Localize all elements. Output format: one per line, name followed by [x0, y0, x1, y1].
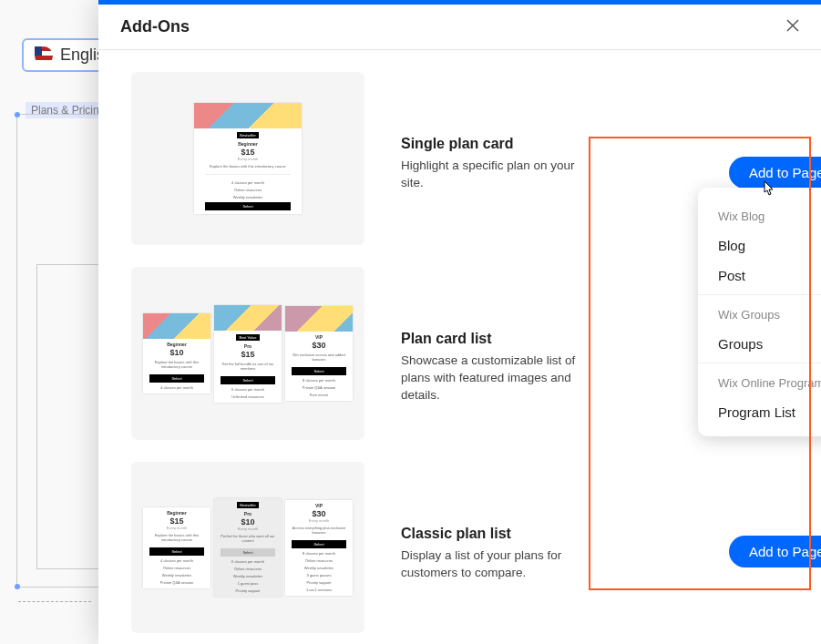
dropdown-item-program-list[interactable]: Program List	[698, 397, 821, 427]
add-to-page-label: Add to Page	[749, 544, 821, 559]
close-button[interactable]	[786, 17, 799, 36]
mini-plan-card: Best Value Pro $15 Get the full bundle a…	[214, 305, 282, 403]
addon-description: Display a list of your plans for custome…	[401, 547, 592, 582]
flag-us-icon	[35, 46, 53, 65]
modal-title: Add-Ons	[120, 17, 190, 36]
dropdown-item-blog[interactable]: Blog	[698, 230, 821, 261]
dropdown-group: Wix Online Programs Program List	[698, 363, 821, 427]
add-to-page-label: Add to Page	[749, 165, 821, 180]
modal-header: Add-Ons	[98, 5, 821, 50]
dropdown-item-post[interactable]: Post	[698, 261, 821, 291]
add-to-page-button[interactable]: Add to Page	[729, 157, 821, 189]
addon-description: Showcase a customizable list of plans wi…	[401, 353, 592, 404]
canvas-guide	[18, 601, 91, 602]
addon-description: Highlight a specific plan on your site.	[401, 158, 592, 192]
addon-text: Plan card list Showcase a customizable l…	[401, 267, 592, 404]
close-icon	[786, 19, 799, 32]
dropdown-group: Wix Blog Blog Post	[698, 200, 821, 291]
mini-plan-card: VIP $30 Get exclusive access and added b…	[285, 306, 353, 401]
addon-title: Single plan card	[401, 136, 592, 152]
addons-modal: Add-Ons Bestseller Beginner $15 Every mo…	[98, 0, 821, 644]
mini-plan-card: Bestseller Pro $10 Every month Perfect f…	[214, 498, 282, 597]
add-to-page-dropdown: Wix Blog Blog Post Wix Groups Groups Wix…	[698, 188, 821, 436]
mini-plan-card: VIP $30 Every month Access everything pl…	[285, 500, 353, 596]
dropdown-group-label: Wix Blog	[698, 200, 821, 230]
add-to-page-button[interactable]: Add to Page	[729, 536, 821, 567]
dropdown-group: Wix Groups Groups	[698, 294, 821, 359]
addon-text: Classic plan list Display a list of your…	[401, 462, 592, 582]
mini-plan-card: Beginner $15 Every month Explore the bas…	[143, 507, 210, 588]
addon-text: Single plan card Highlight a specific pl…	[401, 72, 592, 192]
addon-row-classic-plan-list: Beginner $15 Every month Explore the bas…	[131, 462, 803, 633]
dropdown-group-label: Wix Online Programs	[698, 367, 821, 397]
thumbnail-classic-plan-list[interactable]: Beginner $15 Every month Explore the bas…	[131, 462, 364, 633]
thumbnail-plan-card-list[interactable]: Beginner $10 Explore the basics with thi…	[131, 267, 364, 440]
mini-plan-card: Beginner $10 Explore the basics with thi…	[143, 313, 210, 394]
dropdown-item-groups[interactable]: Groups	[698, 329, 821, 359]
thumbnail-single-plan[interactable]: Bestseller Beginner $15 Every month Expl…	[131, 72, 364, 245]
addon-title: Classic plan list	[401, 526, 592, 542]
dropdown-group-label: Wix Groups	[698, 299, 821, 329]
mini-plan-card: Bestseller Beginner $15 Every month Expl…	[194, 103, 302, 214]
addon-title: Plan card list	[401, 331, 592, 347]
